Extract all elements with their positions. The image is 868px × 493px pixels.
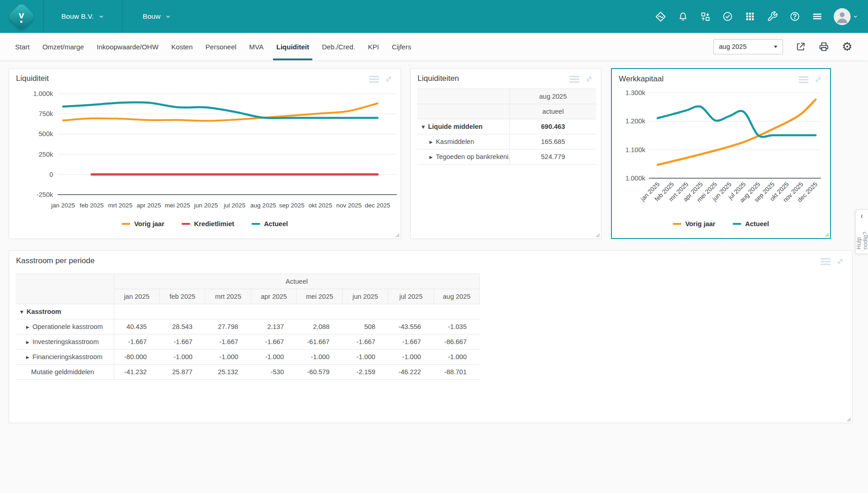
tabbar-actions: aug 2025 ⚙: [713, 39, 853, 54]
tab-mva[interactable]: MVA: [249, 33, 263, 60]
widget-menu-icon[interactable]: [798, 75, 809, 84]
caret-down-icon: [774, 46, 777, 48]
expand-arrow-icon[interactable]: ▶: [429, 140, 433, 144]
user-menu[interactable]: [834, 8, 858, 25]
tab-liquiditeit[interactable]: Liquiditeit: [276, 33, 309, 60]
expand-arrow-icon[interactable]: ▶: [429, 155, 433, 159]
row-label-cell[interactable]: ▶Operationele kasstroom: [16, 319, 114, 334]
widget-menu-icon[interactable]: [569, 74, 579, 84]
table-row-operationele-kasstroom: ▶Operationele kasstroom40.43528.54327.79…: [16, 319, 480, 334]
table-row-kasmiddelen: ▶Kasmiddelen165.685: [417, 134, 596, 149]
y-tick-label: 500k: [39, 130, 54, 138]
period-select[interactable]: aug 2025: [713, 39, 783, 54]
row-value-cell: 524.779: [509, 149, 596, 164]
logo-letter: v: [19, 10, 24, 20]
tab-cijfers[interactable]: Cijfers: [392, 33, 412, 60]
x-tick-label: jan 2025: [51, 202, 75, 209]
legend-item-actueel: Actueel: [252, 220, 288, 228]
legend-item-vorig-jaar: Vorig jaar: [122, 220, 164, 228]
tab-kosten[interactable]: Kosten: [171, 33, 193, 60]
x-tick-label: apr 2025: [137, 202, 161, 209]
expand-icon[interactable]: [836, 257, 846, 266]
notifications-bell-icon[interactable]: [677, 11, 689, 22]
row-label: Mutatie geldmiddelen: [31, 368, 94, 376]
table-corner-cell: [417, 89, 509, 104]
widget-menu-icon[interactable]: [369, 74, 379, 84]
tab-deb-cred[interactable]: Deb./Cred.: [322, 33, 355, 60]
share-export-icon[interactable]: [795, 41, 806, 53]
actueel-group-header: Actueel: [114, 274, 480, 289]
y-tick-label: 1.000k: [625, 175, 645, 182]
workspace-switcher[interactable]: Bouw: [123, 0, 191, 33]
panel-title: Liquiditeiten: [418, 74, 459, 83]
app-logo[interactable]: v: [0, 6, 43, 27]
panel-title: Liquiditeit: [16, 74, 49, 83]
expand-arrow-icon[interactable]: ▶: [26, 325, 29, 329]
tasks-check-icon[interactable]: [722, 11, 734, 22]
row-label-cell[interactable]: ▶Investeringskasstroom: [16, 334, 114, 350]
widget-menu-icon[interactable]: [820, 257, 830, 266]
row-label: Kasstroom: [27, 308, 61, 315]
x-tick-label: okt 2025: [309, 202, 332, 209]
x-tick-label: jul 2025: [223, 202, 245, 209]
row-label: Financieringskasstroom: [32, 353, 102, 360]
row-label: Operationele kasstroom: [32, 323, 103, 330]
cell-value: -1.035: [434, 319, 480, 334]
help-tab-label: Hulp nodig?: [856, 219, 868, 249]
row-label-cell[interactable]: ▼Liquide middelen: [417, 119, 509, 134]
expand-icon[interactable]: [584, 74, 595, 84]
menu-icon[interactable]: [811, 11, 823, 22]
collapse-arrow-icon[interactable]: ▼: [20, 310, 23, 314]
cell-value: -2.159: [343, 365, 388, 380]
cell-value: -46.222: [388, 365, 434, 380]
x-tick-label: jun 2025: [194, 202, 218, 209]
cell-value: -1.000: [434, 350, 480, 365]
tab-personeel[interactable]: Personeel: [205, 33, 236, 60]
help-side-tab[interactable]: ‹ Hulp nodig? ⋯: [855, 209, 868, 254]
print-icon[interactable]: [818, 41, 830, 53]
x-tick-label: mrt 2025: [108, 202, 132, 209]
settings-gear-icon[interactable]: ⚙: [841, 41, 853, 53]
resize-handle[interactable]: [395, 233, 399, 237]
apps-grid-icon[interactable]: [744, 11, 756, 22]
table-row-mutatie-geldmiddelen: Mutatie geldmiddelen-41.23225.87725.132-…: [16, 365, 480, 380]
x-tick-label: feb 2025: [80, 202, 104, 209]
y-tick-label: 1.300k: [625, 89, 645, 96]
company-switcher[interactable]: Bouw B.V.: [43, 0, 122, 33]
row-label-cell[interactable]: ▼Kasstroom: [16, 304, 114, 319]
expand-icon[interactable]: [814, 75, 824, 84]
visionplanner-icon[interactable]: [654, 11, 666, 22]
row-label: Liquide middelen: [428, 123, 482, 130]
resize-handle[interactable]: [847, 417, 851, 421]
collapse-arrow-icon[interactable]: ▼: [422, 125, 425, 129]
cell-value: -43.556: [388, 319, 434, 334]
month-header-apr-2025: apr 2025: [251, 289, 297, 304]
row-label-cell[interactable]: Mutatie geldmiddelen: [16, 365, 114, 380]
chevron-down-icon: [165, 14, 171, 20]
tools-wrench-icon[interactable]: [766, 11, 778, 22]
row-label-cell[interactable]: ▶Kasmiddelen: [417, 134, 509, 149]
tab-start[interactable]: Start: [15, 33, 30, 60]
x-tick-label: nov 2025: [336, 202, 362, 209]
legend-item-actueel: Actueel: [733, 220, 769, 228]
resize-handle[interactable]: [595, 233, 600, 237]
row-label-cell[interactable]: ▶Tegoeden op bankrekeni...: [417, 149, 509, 164]
cell-value: -1.667: [388, 334, 434, 350]
expand-arrow-icon[interactable]: ▶: [26, 355, 29, 360]
expand-icon[interactable]: [384, 74, 394, 84]
tab-omzet-marge[interactable]: Omzet/marge: [43, 33, 84, 60]
expand-arrow-icon[interactable]: ▶: [26, 340, 29, 345]
tab-kpi[interactable]: KPI: [368, 33, 379, 60]
help-circle-icon[interactable]: [789, 11, 801, 22]
data-exchange-icon[interactable]: [699, 11, 711, 22]
tab-inkoopwaarde-ohw[interactable]: Inkoopwaarde/OHW: [97, 33, 159, 60]
dashboard-tabbar: StartOmzet/margeInkoopwaarde/OHWKostenPe…: [0, 33, 868, 61]
resize-handle[interactable]: [825, 233, 829, 237]
row-label-cell[interactable]: ▶Financieringskasstroom: [16, 350, 114, 365]
period-select-value: aug 2025: [719, 43, 746, 50]
cell-value: -80.000: [114, 350, 160, 365]
company-switcher-label: Bouw B.V.: [61, 12, 94, 21]
legend-label: Vorig jaar: [685, 220, 715, 228]
liquiditeit-legend: Vorig jaarKredietlimietActueel: [9, 220, 401, 228]
month-header-jan-2025: jan 2025: [114, 289, 160, 304]
